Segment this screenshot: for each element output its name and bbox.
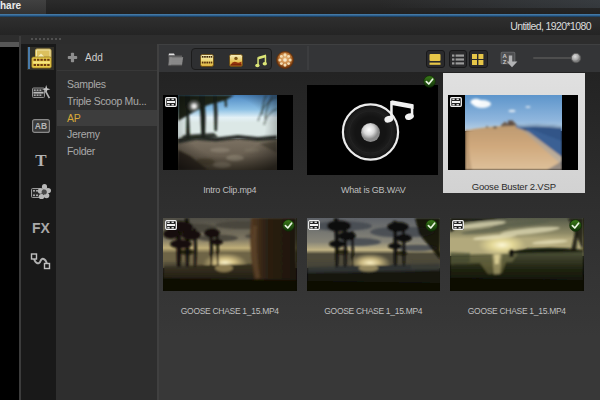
svg-text:Z: Z bbox=[503, 59, 507, 65]
svg-text:AB: AB bbox=[35, 121, 47, 131]
